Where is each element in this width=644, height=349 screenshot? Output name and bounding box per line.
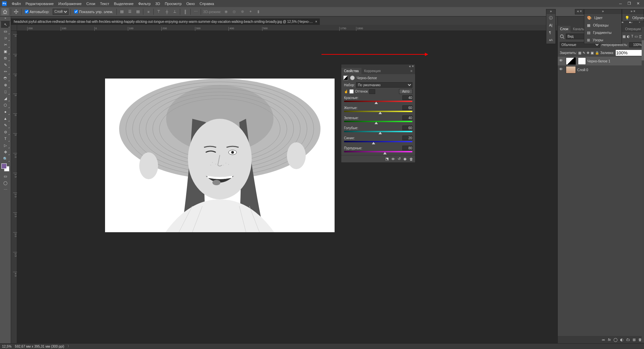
panel-collapse-2[interactable]: « × bbox=[575, 9, 584, 14]
align-right-icon[interactable]: ▤ bbox=[135, 9, 141, 15]
adjustment-layer-icon[interactable]: ◐ bbox=[620, 338, 624, 342]
tool-18[interactable]: ▷ bbox=[1, 142, 10, 149]
glyph-icon[interactable]: ᴀA bbox=[546, 36, 555, 44]
tool-3[interactable]: ✂ bbox=[1, 41, 10, 48]
tool-8[interactable]: ⛑ bbox=[1, 75, 10, 82]
move-tool-icon[interactable] bbox=[13, 9, 19, 15]
filter-pixel-icon[interactable]: ▦ bbox=[623, 35, 626, 38]
filter-type-icon[interactable]: T bbox=[631, 35, 633, 38]
document-canvas[interactable] bbox=[105, 79, 335, 232]
filter-icon[interactable] bbox=[560, 34, 564, 39]
slider-value[interactable] bbox=[402, 126, 412, 130]
color-slider[interactable] bbox=[344, 151, 412, 154]
tool-4[interactable]: ▣ bbox=[1, 48, 10, 55]
tab-properties[interactable]: Свойства bbox=[341, 68, 361, 74]
reset-icon[interactable]: ↺ bbox=[398, 157, 401, 161]
right-scrollbar[interactable] bbox=[642, 27, 644, 342]
minimize-button[interactable]: ─ bbox=[616, 1, 625, 7]
tool-mode-2[interactable]: ⋯ bbox=[1, 186, 10, 193]
tint-color[interactable] bbox=[369, 89, 375, 94]
align-middle-icon[interactable]: ┼ bbox=[164, 9, 170, 15]
lock-artboard-icon[interactable]: ▣ bbox=[591, 50, 594, 56]
props-menu-icon[interactable]: ≡ bbox=[408, 68, 415, 74]
slider-value[interactable] bbox=[402, 115, 412, 120]
tool-16[interactable]: ⊝ bbox=[1, 129, 10, 135]
show-controls-checkbox[interactable] bbox=[74, 10, 78, 13]
fill-input[interactable] bbox=[615, 50, 644, 56]
canvas-background[interactable] bbox=[17, 31, 557, 343]
status-more-icon[interactable]: 〉 bbox=[67, 344, 71, 349]
previous-state-icon[interactable]: ◉ bbox=[403, 157, 407, 161]
align-top-icon[interactable]: ⊤ bbox=[156, 9, 162, 15]
paragraph-icon[interactable]: ¶ bbox=[546, 29, 555, 36]
group-icon[interactable]: 🗀 bbox=[626, 338, 630, 342]
tool-6[interactable]: ✎ bbox=[1, 61, 10, 68]
slider-value[interactable] bbox=[402, 95, 412, 100]
tool-7[interactable]: ✏ bbox=[1, 68, 10, 75]
tool-mode-0[interactable]: ▭ bbox=[1, 173, 10, 180]
menu-Просмотр[interactable]: Просмотр bbox=[162, 1, 184, 7]
distribute-v-icon[interactable]: ║ bbox=[182, 9, 188, 15]
layer-mask-icon[interactable]: ◯ bbox=[613, 338, 617, 342]
layer-fx-icon[interactable]: fx bbox=[608, 338, 611, 342]
tint-checkbox[interactable] bbox=[349, 89, 354, 94]
tool-1[interactable]: ▭ bbox=[1, 28, 10, 35]
lock-transparency-icon[interactable]: ▦ bbox=[578, 50, 581, 56]
auto-button[interactable]: Авто bbox=[399, 89, 412, 94]
menu-Слои[interactable]: Слои bbox=[84, 1, 98, 7]
menu-Изображение[interactable]: Изображение bbox=[56, 1, 84, 7]
home-button[interactable] bbox=[1, 8, 9, 15]
panel-row-Градиенты[interactable]: ▤Градиенты bbox=[584, 29, 622, 36]
maximize-button[interactable]: ❐ bbox=[625, 1, 633, 7]
tool-5[interactable]: ⧉ bbox=[1, 55, 10, 61]
color-slider[interactable] bbox=[344, 141, 412, 144]
panel-collapse-3[interactable]: » bbox=[584, 9, 622, 14]
slider-value[interactable] bbox=[402, 146, 412, 150]
layer-row[interactable]: 👁Черно-белое 1 bbox=[558, 57, 644, 65]
tool-12[interactable]: ⬡ bbox=[1, 102, 10, 108]
panel-collapse[interactable]: » bbox=[546, 9, 555, 14]
color-slider[interactable] bbox=[344, 121, 412, 123]
tool-0[interactable]: ↖ bbox=[1, 21, 10, 28]
lock-pixel-icon[interactable]: ✎ bbox=[583, 50, 585, 56]
slider-value[interactable] bbox=[402, 105, 412, 110]
panel-row-Образцы[interactable]: ▦Образцы bbox=[584, 21, 622, 29]
lock-position-icon[interactable]: ✥ bbox=[587, 50, 589, 56]
menu-3D[interactable]: 3D bbox=[153, 1, 162, 7]
tool-13[interactable]: ● bbox=[1, 108, 10, 115]
close-button[interactable]: ✕ bbox=[634, 1, 642, 7]
filter-adjust-icon[interactable]: ◐ bbox=[627, 35, 630, 38]
tool-9[interactable]: ⊕ bbox=[1, 82, 10, 88]
color-slider[interactable] bbox=[344, 101, 412, 103]
filter-shape-icon[interactable]: ▭ bbox=[635, 35, 638, 38]
info-icon[interactable]: ⓘ bbox=[546, 14, 555, 21]
delete-adjustment-icon[interactable]: 🗑 bbox=[409, 157, 413, 161]
color-swatches[interactable] bbox=[1, 163, 9, 171]
doc-close-icon[interactable]: × bbox=[315, 20, 317, 23]
distribute-icon[interactable]: ≡ bbox=[145, 9, 151, 15]
tab-Операции[interactable]: Операции bbox=[623, 26, 643, 32]
tool-20[interactable]: 🔍 bbox=[1, 155, 10, 162]
opacity-input[interactable] bbox=[629, 42, 642, 47]
layer-row[interactable]: 👁Слой 0 bbox=[558, 65, 644, 74]
learn-row[interactable]: 💡Обучение bbox=[622, 14, 644, 21]
props-collapse[interactable]: « × bbox=[341, 64, 415, 68]
tool-15[interactable]: ✎ bbox=[1, 122, 10, 129]
character-icon[interactable]: A| bbox=[546, 21, 555, 29]
menu-Файл[interactable]: Файл bbox=[9, 1, 23, 7]
color-slider[interactable] bbox=[344, 111, 412, 113]
more-options-icon[interactable]: ⋯ bbox=[193, 9, 199, 15]
slider-value[interactable] bbox=[402, 136, 412, 140]
menu-Выделение[interactable]: Выделение bbox=[112, 1, 136, 7]
link-layers-icon[interactable]: ⫘ bbox=[601, 338, 605, 342]
panel-collapse-4[interactable]: » × bbox=[622, 9, 644, 14]
panel-row-Узоры[interactable]: ⊞Узоры bbox=[584, 36, 622, 44]
visibility-icon[interactable]: 👁 bbox=[559, 58, 564, 64]
hand-picker-icon[interactable]: ☝ bbox=[344, 90, 348, 93]
align-bottom-icon[interactable]: ⊥ bbox=[172, 9, 178, 15]
new-layer-icon[interactable]: ⊞ bbox=[633, 338, 636, 342]
menu-Редактирование[interactable]: Редактирование bbox=[23, 1, 56, 7]
menu-Фильтр[interactable]: Фильтр bbox=[136, 1, 153, 7]
tool-11[interactable]: ◢ bbox=[1, 95, 10, 102]
menu-Справка[interactable]: Справка bbox=[197, 1, 216, 7]
